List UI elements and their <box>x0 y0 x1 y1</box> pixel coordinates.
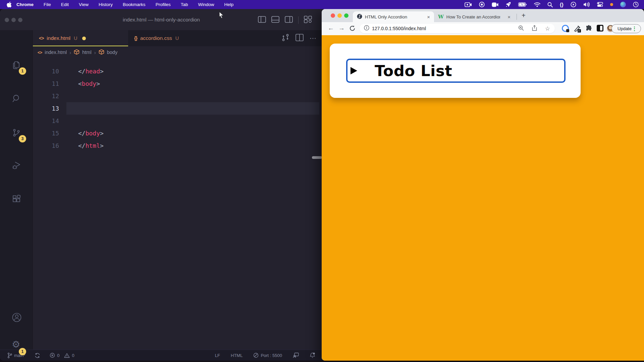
extensions-icon[interactable] <box>12 194 21 204</box>
menu-item-bookmarks[interactable]: Bookmarks <box>123 2 146 7</box>
code-line-10[interactable]: 10</head> <box>33 65 323 77</box>
dev-braces-icon[interactable]: {} <box>560 2 564 7</box>
code-line-13-current[interactable]: 13 <box>33 102 323 115</box>
notifications-item[interactable] <box>310 352 315 358</box>
tab-label: accordion.css <box>140 35 172 41</box>
line-number: 13 <box>33 105 59 112</box>
play-circle-icon[interactable] <box>571 2 576 7</box>
apple-logo-icon[interactable] <box>7 2 12 7</box>
address-bar[interactable]: 127.0.0.1:5500/index.html ☆ <box>360 24 555 33</box>
live-server-port-item[interactable]: Port : 5500 <box>253 353 282 358</box>
symbol-cube-icon <box>74 49 79 56</box>
todo-accordion-summary[interactable]: Todo List <box>346 59 566 83</box>
line-number: 12 <box>33 93 59 100</box>
unsaved-dot-icon[interactable] <box>82 37 86 40</box>
video-camera-icon[interactable] <box>492 2 498 7</box>
tab-index-html[interactable]: <> index.html U <box>33 30 128 46</box>
close-tab-icon[interactable]: × <box>507 14 511 20</box>
wifi-icon[interactable] <box>534 2 540 7</box>
back-icon[interactable]: ← <box>328 24 334 32</box>
share-icon[interactable] <box>532 25 537 32</box>
source-control-badge: 3 <box>19 135 26 142</box>
menu-bar-status-icons: {} <box>465 2 644 7</box>
breadcrumb-body[interactable]: body <box>107 50 117 55</box>
open-changes-icon[interactable] <box>281 33 289 43</box>
dark-mode-extension-icon[interactable] <box>597 25 603 32</box>
code-line-14[interactable]: 14 <box>33 115 323 127</box>
color-picker-extension-icon[interactable] <box>574 25 582 34</box>
status-bar: main* 0 0 LF HTML Port : 5500 <box>0 350 323 361</box>
circle-slash-icon <box>253 353 259 358</box>
zoom-icon[interactable] <box>518 25 524 32</box>
privacy-extension-icon[interactable] <box>562 25 569 32</box>
toggle-primary-sidebar-icon[interactable] <box>258 16 266 24</box>
bell-icon <box>310 352 315 358</box>
extensions-puzzle-icon[interactable] <box>585 25 593 34</box>
sync-changes-item[interactable] <box>35 353 40 358</box>
details-marker-icon[interactable] <box>351 67 357 74</box>
language-mode-indicator[interactable]: HTML <box>231 353 243 358</box>
rocket-icon[interactable] <box>505 2 511 7</box>
siri-icon[interactable] <box>620 2 626 7</box>
feedback-person-icon <box>293 353 299 358</box>
forward-icon[interactable]: → <box>338 24 345 32</box>
menu-item-tab[interactable]: Tab <box>181 2 188 7</box>
clock-icon[interactable] <box>633 2 639 7</box>
split-editor-icon[interactable] <box>296 34 304 43</box>
close-tab-icon[interactable]: × <box>427 14 430 20</box>
vscode-title-bar[interactable]: index.html — html-only-accordion <box>0 9 323 30</box>
new-tab-button[interactable]: + <box>522 12 526 19</box>
control-center-icon[interactable] <box>597 2 603 7</box>
menu-item-view[interactable]: View <box>79 2 89 7</box>
record-target-icon[interactable] <box>479 2 485 7</box>
run-debug-icon[interactable] <box>12 161 21 170</box>
breadcrumb-file[interactable]: index.html <box>45 50 67 55</box>
feedback-item[interactable] <box>293 353 299 358</box>
close-window-button[interactable] <box>331 13 335 18</box>
zoom-window-button[interactable] <box>344 13 348 18</box>
menu-item-help[interactable]: Help <box>224 2 233 7</box>
search-icon[interactable] <box>12 94 21 103</box>
editor-resize-handle[interactable] <box>312 156 322 159</box>
chrome-window: HTML Only Accordion × W How To Create an… <box>322 9 644 361</box>
tab-accordion-css[interactable]: {} accordion.css U <box>128 30 229 46</box>
url-text[interactable]: 127.0.0.1:5500/index.html <box>372 26 426 31</box>
line-number: 15 <box>33 130 59 137</box>
reload-icon[interactable] <box>349 25 356 33</box>
menu-item-file[interactable]: File <box>44 2 51 7</box>
accordion-title: Todo List <box>375 62 452 80</box>
code-line-15[interactable]: 15</body> <box>33 127 323 139</box>
bookmark-star-icon[interactable]: ☆ <box>545 25 550 32</box>
menu-item-edit[interactable]: Edit <box>61 2 69 7</box>
breadcrumb-html[interactable]: html <box>82 50 91 55</box>
git-status-letter: U <box>175 36 179 41</box>
menu-item-window[interactable]: Window <box>198 2 214 7</box>
toggle-panel-icon[interactable] <box>271 16 279 24</box>
browser-tab-inactive[interactable]: W How To Create an Accordion × <box>434 11 515 22</box>
problems-item[interactable]: 0 0 <box>50 353 74 358</box>
toggle-secondary-sidebar-icon[interactable] <box>285 16 293 24</box>
chrome-update-button[interactable]: Update <box>611 24 641 33</box>
chevron-right-icon: › <box>94 50 96 55</box>
menu-item-history[interactable]: History <box>99 2 113 7</box>
code-line-11[interactable]: 11<body> <box>33 77 323 90</box>
more-actions-icon[interactable]: ⋯ <box>310 34 317 42</box>
menu-item-profiles[interactable]: Profiles <box>156 2 171 7</box>
code-editor[interactable]: 10</head> 11<body> 12 13 14 15</body> 16… <box>33 65 323 350</box>
account-icon[interactable] <box>12 312 21 322</box>
battery-charging-icon[interactable] <box>518 2 527 7</box>
code-line-12[interactable]: 12 <box>33 90 323 102</box>
tab-title: How To Create an Accordion <box>446 14 500 19</box>
volume-icon[interactable] <box>583 2 590 7</box>
eol-indicator[interactable]: LF <box>215 353 220 358</box>
browser-tab-active[interactable]: HTML Only Accordion × <box>353 11 434 22</box>
minimize-window-button[interactable] <box>337 13 342 18</box>
site-info-icon[interactable] <box>364 25 369 32</box>
menu-item-chrome[interactable]: Chrome <box>16 2 34 7</box>
screen-record-camera-icon[interactable] <box>465 2 472 7</box>
html-file-icon: <> <box>38 50 42 55</box>
customize-layout-icon[interactable] <box>304 16 312 24</box>
settings-gear-icon[interactable]: ⚙ <box>12 340 21 349</box>
code-line-16[interactable]: 16</html> <box>33 139 323 152</box>
spotlight-search-icon[interactable] <box>547 2 553 7</box>
